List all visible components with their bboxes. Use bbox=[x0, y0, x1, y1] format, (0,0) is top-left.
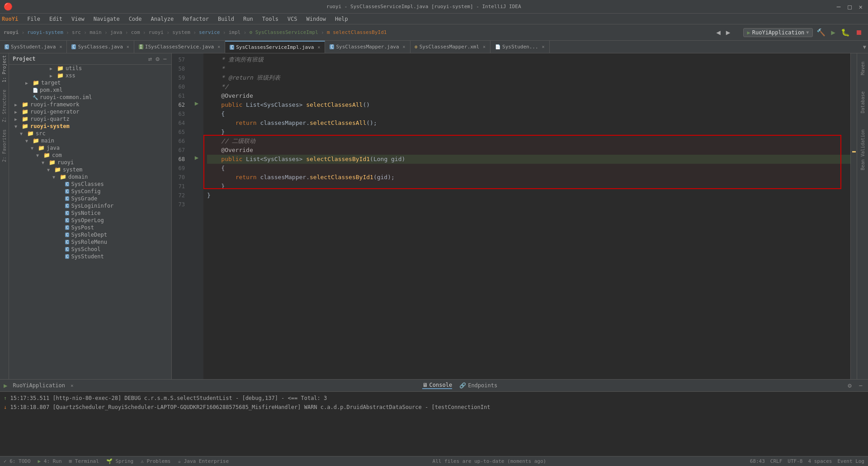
terminal-status[interactable]: ⊞ Terminal bbox=[69, 458, 99, 464]
enterprise-status[interactable]: ☕ Java Enterprise bbox=[178, 458, 229, 464]
tab-SysClassesMapperXml[interactable]: ⚙ SysClassesMapper.xml × bbox=[410, 41, 491, 53]
sidebar-config-button[interactable]: ⚙ bbox=[155, 55, 160, 62]
run-bar-close[interactable]: × bbox=[71, 383, 74, 389]
tree-item-pom[interactable]: ▶ 📄 pom.xml bbox=[9, 86, 171, 94]
tab-close-SysClassesServiceImpl[interactable]: × bbox=[317, 45, 320, 50]
menu-analyze[interactable]: Analyze bbox=[147, 15, 178, 23]
spring-status[interactable]: 🌱 Spring bbox=[106, 458, 133, 464]
console-label: Console bbox=[429, 382, 453, 388]
tree-item-framework[interactable]: ▶ 📁 ruoyi-framework bbox=[9, 101, 171, 108]
problems-status[interactable]: ⚠ Problems bbox=[141, 458, 170, 464]
tree-item-SysRoleMenu[interactable]: ▶ C SysRoleMenu bbox=[9, 238, 171, 246]
stop-button[interactable]: ⏹ bbox=[854, 27, 864, 38]
tree-item-SysLogininfor[interactable]: ▶ C SysLogininfor bbox=[9, 202, 171, 209]
project-tab[interactable]: 1: Project bbox=[1, 53, 8, 84]
endpoints-tab[interactable]: 🔗 Endpoints bbox=[459, 382, 497, 389]
run-hide-button[interactable]: − bbox=[857, 381, 864, 390]
structure-tab[interactable]: Z: Structure bbox=[1, 88, 8, 124]
todo-status[interactable]: ✓ 6: TODO bbox=[4, 458, 31, 464]
tree-item-domain[interactable]: ▼ 📁 domain bbox=[9, 173, 171, 181]
run-marker-68[interactable]: ▶ bbox=[195, 154, 198, 161]
menu-refactor[interactable]: Refactor bbox=[179, 15, 212, 23]
run-status-icon2: ▶ bbox=[38, 458, 41, 464]
tab-close-SysClassesMapper[interactable]: × bbox=[403, 44, 406, 49]
bean-validation-icon[interactable]: Bean Validation bbox=[859, 128, 866, 172]
menu-view[interactable]: View bbox=[68, 15, 88, 23]
line-61: 61 bbox=[172, 91, 189, 100]
tree-item-SysStudent[interactable]: ▶ C SysStudent bbox=[9, 253, 171, 260]
tree-item-target[interactable]: ▶ 📁 target bbox=[9, 79, 171, 86]
indent-setting[interactable]: 4 spaces bbox=[808, 458, 832, 464]
menu-file[interactable]: File bbox=[24, 15, 44, 23]
tree-item-main[interactable]: ▼ 📁 main bbox=[9, 137, 171, 144]
tree-label-SysNotice: SysNotice bbox=[71, 210, 100, 216]
tree-item-SysConfig[interactable]: ▶ C SysConfig bbox=[9, 188, 171, 195]
menu-help[interactable]: Help bbox=[331, 15, 352, 23]
tree-item-SysNotice[interactable]: ▶ C SysNotice bbox=[9, 209, 171, 217]
tab-close-SysClassesMapperXml[interactable]: × bbox=[483, 44, 486, 49]
tab-overflow-button[interactable]: ▼ bbox=[863, 44, 866, 50]
menu-tools[interactable]: Tools bbox=[259, 15, 282, 23]
tab-SysClassesServiceImpl[interactable]: C SysClassesServiceImpl.java × bbox=[225, 41, 325, 53]
menu-build[interactable]: Build bbox=[214, 15, 238, 23]
build-button[interactable]: 🔨 bbox=[815, 27, 827, 38]
tree-item-generator[interactable]: ▶ 📁 ruoyi-generator bbox=[9, 108, 171, 115]
favorites-tab[interactable]: 2: Favorites bbox=[1, 128, 8, 164]
database-icon[interactable]: Database bbox=[859, 90, 866, 115]
code-content[interactable]: * 查询所有班级 * * @return 班级列表 */ @Override p bbox=[203, 53, 850, 379]
tree-item-SysClasses[interactable]: ▶ C SysClasses bbox=[9, 181, 171, 188]
menu-window[interactable]: Window bbox=[303, 15, 330, 23]
tree-item-iml[interactable]: ▶ 🔧 ruoyi-common.iml bbox=[9, 94, 171, 101]
menu-edit[interactable]: Edit bbox=[46, 15, 66, 23]
tab-SysClassesMapper[interactable]: C SysClassesMapper.java × bbox=[325, 41, 410, 53]
tree-item-utils[interactable]: ▶ 📁 utils bbox=[9, 65, 171, 72]
run-marker-62[interactable]: ▶ bbox=[195, 100, 198, 107]
tree-item-java[interactable]: ▼ 📁 java bbox=[9, 144, 171, 152]
toolbar-service: service bbox=[199, 29, 220, 35]
tree-item-com[interactable]: ▼ 📁 com bbox=[9, 152, 171, 159]
tab-SysStudent2[interactable]: 📄 SysStuden... × bbox=[491, 41, 550, 53]
encoding[interactable]: UTF-8 bbox=[788, 458, 802, 464]
tab-SysStudent[interactable]: C SysStudent.java × bbox=[0, 41, 67, 53]
line-ending[interactable]: CRLF bbox=[770, 458, 783, 464]
menu-navigate[interactable]: Navigate bbox=[90, 15, 123, 23]
tree-item-quartz[interactable]: ▶ 📁 ruoyi-quartz bbox=[9, 115, 171, 123]
tab-close-SysStudent[interactable]: × bbox=[59, 44, 62, 49]
maven-icon[interactable]: Maven bbox=[859, 60, 866, 77]
maximize-button[interactable]: □ bbox=[846, 3, 853, 10]
tree-item-system2[interactable]: ▼ 📁 system bbox=[9, 166, 171, 173]
tree-item-SysPost[interactable]: ▶ C SysPost bbox=[9, 224, 171, 231]
console-tab[interactable]: 🖥 Console bbox=[422, 382, 453, 389]
cursor-position[interactable]: 68:43 bbox=[750, 458, 765, 464]
tab-SysClasses[interactable]: C SysClasses.java × bbox=[67, 41, 134, 53]
sidebar-collapse-button[interactable]: − bbox=[162, 55, 168, 62]
event-log[interactable]: Event Log bbox=[837, 458, 864, 464]
menu-code[interactable]: Code bbox=[125, 15, 146, 23]
tree-item-SysOperLog[interactable]: ▶ C SysOperLog bbox=[9, 217, 171, 224]
tab-close-ISysClasses[interactable]: × bbox=[217, 44, 220, 49]
menu-vcs[interactable]: VCS bbox=[284, 15, 301, 23]
run-status[interactable]: ▶ 4: Run bbox=[38, 458, 62, 464]
run-settings-button[interactable]: ⚙ bbox=[846, 381, 853, 390]
run-config-selector[interactable]: ▶ RuoYiApplication ▼ bbox=[743, 28, 813, 37]
forward-button[interactable]: ▶ bbox=[724, 27, 732, 38]
tree-item-src[interactable]: ▼ 📁 src bbox=[9, 130, 171, 137]
minimize-button[interactable]: ─ bbox=[835, 3, 842, 10]
tree-item-ruoyi-system[interactable]: ▼ 📁 ruoyi-system bbox=[9, 123, 171, 130]
tree-item-ruoyi2[interactable]: ▼ 📁 ruoyi bbox=[9, 159, 171, 166]
close-button[interactable]: ✕ bbox=[857, 3, 864, 10]
run-button[interactable]: ▶ bbox=[829, 27, 837, 38]
code-editor[interactable]: 57 58 59 60 61 62 63 64 65 66 67 68 69 7… bbox=[172, 53, 857, 379]
tree-item-SysGrade[interactable]: ▶ C SysGrade bbox=[9, 195, 171, 202]
tab-ISysClassesService[interactable]: I ISysClassesService.java × bbox=[134, 41, 225, 53]
tree-item-SysSchool[interactable]: ▶ C SysSchool bbox=[9, 246, 171, 253]
tree-item-xss[interactable]: ▶ 📁 xss bbox=[9, 72, 171, 79]
menu-run[interactable]: Run bbox=[240, 15, 257, 23]
tab-close-SysStudent2[interactable]: × bbox=[542, 44, 545, 49]
debug-button[interactable]: 🐛 bbox=[839, 27, 852, 38]
tab-close-SysClasses[interactable]: × bbox=[127, 44, 129, 49]
tree-item-SysRoleDept[interactable]: ▶ C SysRoleDept bbox=[9, 231, 171, 238]
back-button[interactable]: ◀ bbox=[714, 27, 722, 38]
tree-label-java: java bbox=[47, 145, 60, 151]
sidebar-sync-button[interactable]: ⇄ bbox=[147, 55, 153, 62]
